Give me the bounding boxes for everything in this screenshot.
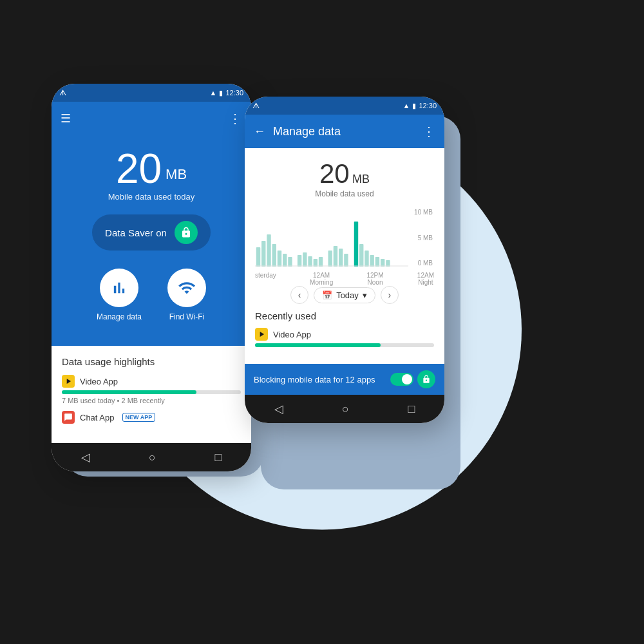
- svg-rect-1: [261, 241, 265, 267]
- app-icon-right: ᗑ: [252, 101, 260, 110]
- manage-data-circle: [100, 269, 138, 307]
- date-nav: ‹ 📅 Today ▾ ›: [255, 286, 434, 304]
- calendar-icon: 📅: [322, 290, 332, 300]
- status-bar-left: ᗑ ▲ ▮ 12:30: [52, 84, 251, 102]
- data-unit-left: MB: [166, 166, 187, 183]
- date-next-button[interactable]: ›: [381, 286, 399, 304]
- next-icon: ›: [388, 290, 392, 300]
- data-number-left: 20: [116, 148, 162, 189]
- dropdown-icon: ▾: [363, 290, 367, 300]
- more-icon-left[interactable]: ⋮: [229, 111, 242, 126]
- x-label-yesterday: sterday: [255, 272, 276, 286]
- data-subtitle-right: Mobile data used: [255, 189, 434, 198]
- white-body-left: Data usage highlights Video App 7 MB use…: [52, 346, 251, 443]
- phone-left: ᗑ ▲ ▮ 12:30 ☰ ⋮ 20 MB Mobile data used t…: [52, 84, 251, 471]
- data-saver-label: Data Saver on: [105, 227, 167, 238]
- video-app-row-right: Video App: [255, 328, 434, 350]
- status-right-info: ▲ ▮ 12:30: [210, 89, 243, 97]
- video-progress-bg-right: [255, 343, 434, 347]
- action-icons-left: Manage data Find Wi-Fi: [97, 269, 206, 321]
- y-label-10mb: 10 MB: [408, 209, 433, 216]
- svg-rect-21: [381, 259, 384, 267]
- y-label-5mb: 5 MB: [408, 234, 433, 242]
- svg-rect-8: [303, 252, 307, 267]
- signal-icon: ▲: [210, 89, 217, 97]
- video-progress-fill: [62, 390, 196, 394]
- svg-rect-7: [298, 255, 301, 267]
- data-amount-left: 20 MB: [116, 148, 187, 189]
- home-nav-left[interactable]: ○: [149, 451, 156, 464]
- status-left-icons: ᗑ: [59, 88, 66, 97]
- video-progress-fill-right: [255, 343, 381, 347]
- blocking-toggle[interactable]: [390, 370, 435, 388]
- data-subtitle-left: Mobile data used today: [108, 192, 194, 202]
- svg-rect-11: [319, 257, 323, 267]
- blocking-banner: Blocking mobile data for 12 apps: [245, 364, 444, 395]
- home-nav-right[interactable]: ○: [342, 402, 349, 416]
- svg-rect-10: [314, 259, 317, 267]
- svg-rect-0: [256, 247, 260, 267]
- back-nav-right[interactable]: ◁: [274, 402, 283, 416]
- lock-circle-left: [175, 221, 198, 244]
- wifi-icon: [178, 279, 196, 297]
- more-icon-right[interactable]: ⋮: [422, 124, 435, 139]
- phone-right: ᗑ ▲ ▮ 12:30 ← Manage data ⋮ 20 MB Mobile…: [245, 97, 444, 423]
- status-bar-right: ᗑ ▲ ▮ 12:30: [245, 97, 444, 115]
- video-app-header-right: Video App: [255, 328, 434, 341]
- svg-rect-17: [359, 244, 363, 267]
- date-label: Today: [336, 290, 359, 300]
- data-unit-right: MB: [352, 173, 370, 185]
- data-amount-right: 20 MB: [255, 158, 434, 189]
- svg-rect-20: [375, 257, 379, 267]
- bar-chart-svg: [255, 209, 408, 267]
- bar-chart-icon: [110, 279, 128, 297]
- x-label-morning: 12AMMorning: [310, 272, 333, 286]
- lock-icon-right: [422, 375, 431, 384]
- svg-rect-4: [278, 251, 281, 267]
- prev-icon: ‹: [298, 290, 301, 300]
- back-nav-left[interactable]: ◁: [81, 450, 90, 464]
- battery-icon-right: ▮: [412, 102, 416, 110]
- date-prev-button[interactable]: ‹: [290, 286, 308, 304]
- date-today-button[interactable]: 📅 Today ▾: [314, 287, 375, 303]
- find-wifi-action[interactable]: Find Wi-Fi: [167, 269, 206, 321]
- chat-app-name: Chat App: [80, 413, 115, 422]
- video-app-row: Video App 7 MB used today • 2 MB recentl…: [62, 375, 241, 404]
- data-summary-right: 20 MB Mobile data used: [255, 158, 434, 198]
- toggle-track: [390, 373, 413, 386]
- svg-rect-12: [328, 251, 332, 267]
- video-app-header: Video App: [62, 375, 241, 388]
- manage-data-label: Manage data: [97, 312, 142, 321]
- menu-icon[interactable]: ☰: [61, 111, 71, 126]
- svg-rect-18: [365, 251, 368, 267]
- data-number-right: 20: [319, 158, 350, 189]
- nav-bar-left: ◁ ○ □: [52, 443, 251, 471]
- time-left: 12:30: [225, 89, 243, 97]
- find-wifi-label: Find Wi-Fi: [169, 312, 205, 321]
- status-right-left: ᗑ: [252, 101, 260, 110]
- recents-nav-right[interactable]: □: [408, 402, 415, 416]
- video-app-stats: 7 MB used today • 2 MB recently: [62, 397, 241, 404]
- x-label-noon: 12PMNoon: [366, 272, 383, 286]
- lock-icon-left: [180, 227, 192, 238]
- manage-data-action[interactable]: Manage data: [97, 269, 142, 321]
- blue-body-left: 20 MB Mobile data used today Data Saver …: [52, 135, 251, 346]
- battery-icon: ▮: [219, 89, 223, 97]
- back-icon-right[interactable]: ←: [254, 125, 265, 138]
- y-label-0mb: 0 MB: [408, 260, 433, 267]
- video-app-icon-right: [255, 328, 268, 341]
- data-saver-button[interactable]: Data Saver on: [92, 214, 211, 251]
- recents-nav-left[interactable]: □: [214, 451, 222, 464]
- manage-data-title: Manage data: [273, 125, 415, 138]
- manage-data-top-bar: ← Manage data ⋮: [245, 115, 444, 148]
- chat-app-header: Chat App NEW APP: [62, 411, 241, 424]
- toggle-knob: [402, 374, 412, 384]
- play-icon: [64, 377, 73, 386]
- video-app-icon: [62, 375, 75, 388]
- nav-bar-right: ◁ ○ □: [245, 395, 444, 423]
- svg-rect-16: [354, 222, 358, 267]
- lock-circle-right: [417, 370, 435, 388]
- svg-rect-15: [344, 254, 348, 267]
- svg-rect-14: [339, 249, 343, 267]
- app-icon-left: ᗑ: [59, 88, 66, 97]
